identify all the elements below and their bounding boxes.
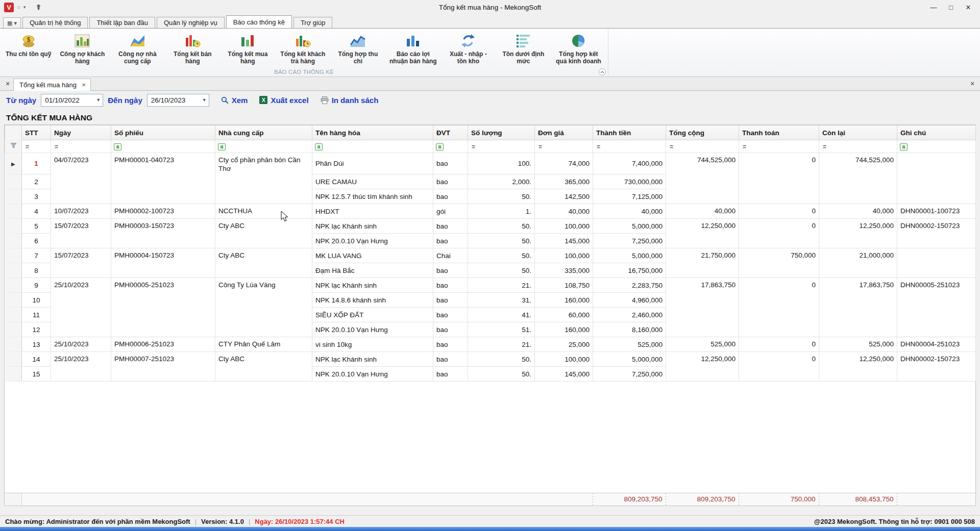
cell-so-luong[interactable]: 50. xyxy=(468,219,535,234)
cell-stt[interactable]: 1 xyxy=(22,153,51,174)
cell-tong-cong[interactable]: 21,750,000 xyxy=(666,248,739,278)
ribbon-button-5[interactable]: Tổng kết khách trả hàng xyxy=(275,30,330,67)
column-header-stt[interactable]: STT xyxy=(22,125,51,140)
cell-dvt[interactable]: bao xyxy=(433,219,468,234)
cell-don-gia[interactable]: 100,000 xyxy=(535,248,593,263)
ribbon-button-7[interactable]: Báo cáo lợi nhuận bán hàng xyxy=(385,30,440,67)
export-excel-button[interactable]: X Xuất excel xyxy=(259,96,308,105)
cell-nha-cung-cap[interactable]: NCCTHUA xyxy=(215,204,312,219)
cell-don-gia[interactable]: 100,000 xyxy=(535,352,593,367)
cell-ghi-chu[interactable]: DHN00002-150723 xyxy=(897,352,976,382)
cell-ten-hang-hoa[interactable]: URE CAMAU xyxy=(312,174,433,189)
column-header-thanh-toan[interactable]: Thanh toán xyxy=(739,125,819,140)
column-header-con-lai[interactable]: Còn lại xyxy=(819,125,897,140)
column-header-so-phieu[interactable]: Số phiếu xyxy=(111,125,215,140)
cell-con-lai[interactable]: 12,250,000 xyxy=(819,219,897,248)
cell-thanh-tien[interactable]: 2,283,750 xyxy=(593,278,666,293)
cell-so-luong[interactable]: 100. xyxy=(468,153,535,174)
cell-con-lai[interactable]: 21,000,000 xyxy=(819,248,897,278)
from-date-dropdown-icon[interactable]: ▼ xyxy=(94,94,103,106)
column-header-ten-hang-hoa[interactable]: Tên hàng hóa xyxy=(312,125,433,140)
filter-cell-nha-cung-cap[interactable]: a xyxy=(215,140,312,153)
ribbon-button-2[interactable]: Công nợ nhà cung cấp xyxy=(110,30,165,67)
cell-don-gia[interactable]: 160,000 xyxy=(535,322,593,337)
cell-so-phieu[interactable]: PMH00005-251023 xyxy=(111,278,215,337)
cell-dvt[interactable]: bao xyxy=(433,352,468,367)
column-header-thanh-tien[interactable]: Thành tiền xyxy=(593,125,666,140)
cell-so-phieu[interactable]: PMH00006-251023 xyxy=(111,337,215,352)
ribbon-tab-3[interactable]: Báo cáo thống kê xyxy=(226,15,292,28)
tab-tong-ket-mua-hang[interactable]: Tổng kết mua hàng ✕ xyxy=(13,79,91,91)
column-header-dvt[interactable]: ĐVT xyxy=(433,125,468,140)
cell-stt[interactable]: 9 xyxy=(22,278,51,293)
cell-ghi-chu[interactable]: DHN00002-150723 xyxy=(897,219,976,248)
column-header-don-gia[interactable]: Đơn giá xyxy=(535,125,593,140)
view-button[interactable]: Xem xyxy=(221,96,248,105)
cell-ghi-chu[interactable]: DHN00001-100723 xyxy=(897,204,976,219)
cell-nha-cung-cap[interactable]: CTY Phân Quế Lâm xyxy=(215,337,312,352)
cell-don-gia[interactable]: 100,000 xyxy=(535,219,593,234)
cell-dvt[interactable]: bao xyxy=(433,337,468,352)
ribbon-tab-2[interactable]: Quản lý nghiệp vụ xyxy=(157,17,225,28)
ribbon-button-9[interactable]: Tồn dưới định mức xyxy=(496,30,551,67)
filter-cell-ten-hang-hoa[interactable]: a xyxy=(312,140,433,153)
cell-stt[interactable]: 3 xyxy=(22,189,51,204)
cell-ngay[interactable]: 10/07/2023 xyxy=(51,204,111,219)
cell-ten-hang-hoa[interactable]: Đạm Hà Bắc xyxy=(312,263,433,278)
filter-cell-ghi-chu[interactable]: a xyxy=(897,140,976,153)
cell-so-phieu[interactable]: PMH00007-251023 xyxy=(111,352,215,382)
cell-dvt[interactable]: bao xyxy=(433,293,468,308)
cell-don-gia[interactable]: 365,000 xyxy=(535,174,593,189)
cell-ten-hang-hoa[interactable]: NPK 12.5.7 thúc tím khánh sinh xyxy=(312,189,433,204)
cell-dvt[interactable]: gói xyxy=(433,204,468,219)
ribbon-button-10[interactable]: Tổng hợp kết quả kinh doanh xyxy=(551,30,606,67)
quick-access-dropdown-icon[interactable]: ▾ xyxy=(23,5,26,10)
cell-thanh-toan[interactable]: 0 xyxy=(739,204,819,219)
cell-don-gia[interactable]: 25,000 xyxy=(535,337,593,352)
cell-stt[interactable]: 2 xyxy=(22,174,51,189)
close-button[interactable]: ✕ xyxy=(961,2,976,13)
cell-thanh-toan[interactable]: 0 xyxy=(739,153,819,204)
cell-thanh-tien[interactable]: 16,750,000 xyxy=(593,263,666,278)
cell-ngay[interactable]: 15/07/2023 xyxy=(51,248,111,278)
cell-tong-cong[interactable]: 40,000 xyxy=(666,204,739,219)
cell-so-phieu[interactable]: PMH00001-040723 xyxy=(111,153,215,204)
cell-don-gia[interactable]: 60,000 xyxy=(535,308,593,322)
cell-stt[interactable]: 14 xyxy=(22,352,51,367)
ribbon-button-1[interactable]: Công nợ khách hàng xyxy=(55,30,110,67)
cell-ten-hang-hoa[interactable]: NPK lạc Khánh sinh xyxy=(312,352,433,367)
filter-cell-con-lai[interactable]: = xyxy=(819,140,897,153)
cell-thanh-tien[interactable]: 7,400,000 xyxy=(593,153,666,174)
cell-nha-cung-cap[interactable]: Công Ty Lúa Vàng xyxy=(215,278,312,337)
cell-ghi-chu[interactable] xyxy=(897,153,976,204)
cell-thanh-toan[interactable]: 0 xyxy=(739,352,819,382)
cell-con-lai[interactable]: 12,250,000 xyxy=(819,352,897,382)
filter-cell-tong-cong[interactable]: = xyxy=(666,140,739,153)
cell-con-lai[interactable]: 525,000 xyxy=(819,337,897,352)
cell-thanh-tien[interactable]: 4,960,000 xyxy=(593,293,666,308)
cell-dvt[interactable]: bao xyxy=(433,322,468,337)
cell-dvt[interactable]: bao xyxy=(433,174,468,189)
quick-access-circle-icon[interactable]: ○ xyxy=(17,4,20,10)
cell-dvt[interactable]: bao xyxy=(433,153,468,174)
print-list-button[interactable]: In danh sách xyxy=(321,96,379,105)
cell-nha-cung-cap[interactable]: Cty cổ phần phân bón Cần Thơ xyxy=(215,153,312,204)
ribbon-button-0[interactable]: $Thu chi tồn quỹ xyxy=(2,30,55,67)
cell-ten-hang-hoa[interactable]: NPK 20.0.10 Vạn Hưng xyxy=(312,234,433,248)
cell-thanh-toan[interactable]: 0 xyxy=(739,337,819,352)
ribbon-button-8[interactable]: Xuất - nhập - tồn kho xyxy=(440,30,496,67)
cell-nha-cung-cap[interactable]: Cty ABC xyxy=(215,352,312,382)
cell-stt[interactable]: 7 xyxy=(22,248,51,263)
cell-ngay[interactable]: 04/07/2023 xyxy=(51,153,111,204)
cell-thanh-tien[interactable]: 730,000,000 xyxy=(593,174,666,189)
cell-ten-hang-hoa[interactable]: Phân Dúi xyxy=(312,153,433,174)
cell-con-lai[interactable]: 744,525,000 xyxy=(819,153,897,204)
cell-so-luong[interactable]: 50. xyxy=(468,263,535,278)
cell-ten-hang-hoa[interactable]: NPK lạc Khánh sinh xyxy=(312,278,433,293)
close-document-button[interactable]: ✕ xyxy=(2,81,13,87)
pin-icon[interactable] xyxy=(36,4,41,11)
cell-stt[interactable]: 12 xyxy=(22,322,51,337)
cell-stt[interactable]: 11 xyxy=(22,308,51,322)
cell-dvt[interactable]: Chai xyxy=(433,248,468,263)
cell-stt[interactable]: 8 xyxy=(22,263,51,278)
